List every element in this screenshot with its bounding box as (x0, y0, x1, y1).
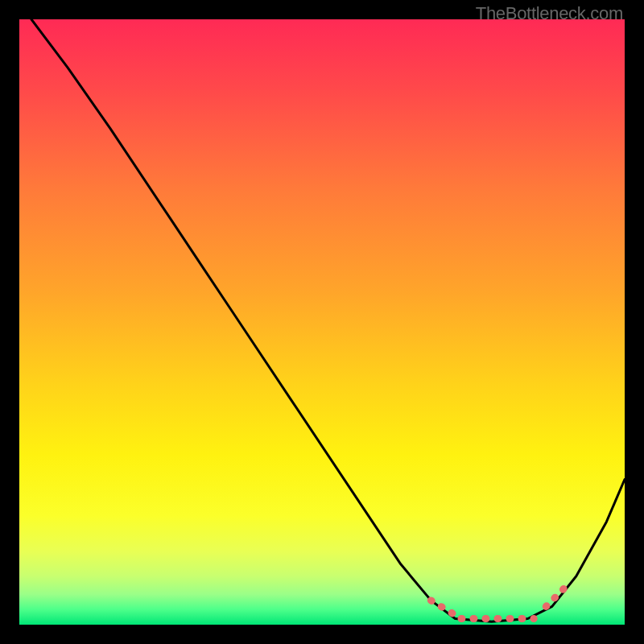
chart-plot-area (19, 19, 625, 625)
svg-rect-0 (19, 19, 625, 625)
gradient-background (19, 19, 625, 625)
